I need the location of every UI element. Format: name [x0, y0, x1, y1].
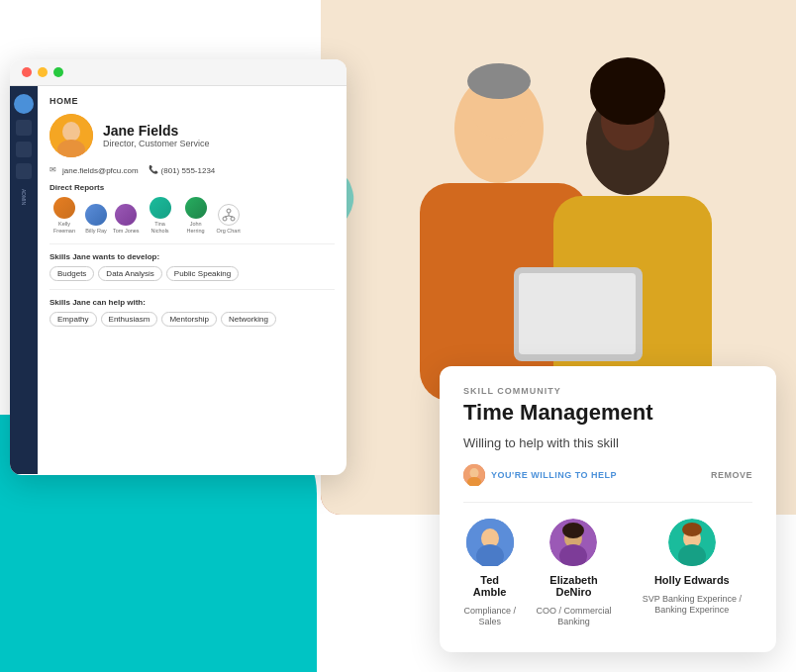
report-avatar-billy — [85, 204, 107, 226]
skill-tag-budgets[interactable]: Budgets — [50, 266, 94, 281]
skills-help-label: Skills Jane can help with: — [50, 298, 335, 307]
helpers-row: Ted Amble Compliance / Sales Elizabeth D… — [463, 519, 752, 628]
helper-role-elizabeth: COO / Commercial Banking — [536, 606, 611, 628]
direct-reports-label: Direct Reports — [50, 183, 335, 192]
svg-point-29 — [562, 523, 584, 538]
svg-point-33 — [682, 523, 702, 536]
willing-row: YOU'RE WILLING TO HELP REMOVE — [463, 464, 752, 486]
helper-avatar-elizabeth — [549, 519, 597, 566]
org-chart-label: Org Chart — [217, 228, 241, 235]
browser-titlebar — [10, 59, 347, 86]
remove-button[interactable]: REMOVE — [711, 470, 752, 480]
svg-line-19 — [229, 216, 233, 217]
willing-avatar — [463, 464, 485, 486]
helper-avatar-ted — [466, 519, 514, 566]
skills-develop-tags: Budgets Data Analysis Public Speaking — [50, 266, 335, 281]
nav-home-label: HOME — [50, 96, 335, 106]
phone-icon: 📞 — [149, 165, 158, 175]
svg-line-18 — [225, 216, 229, 217]
sidebar-icon-nav2[interactable] — [16, 163, 32, 179]
card-divider — [463, 502, 752, 503]
skill-card-title: Time Management — [463, 400, 752, 426]
sidebar-icon-home[interactable] — [16, 120, 32, 136]
skills-develop-section: Skills Jane wants to develop: Budgets Da… — [50, 252, 335, 281]
skill-tag-networking[interactable]: Networking — [221, 312, 276, 327]
helper-name-elizabeth: Elizabeth DeNiro — [536, 574, 611, 598]
helper-role-ted: Compliance / Sales — [463, 606, 516, 628]
svg-rect-6 — [519, 273, 636, 354]
divider-1 — [50, 243, 335, 244]
willing-badge: YOU'RE WILLING TO HELP — [463, 464, 617, 486]
report-name-tom: Tom Jones — [113, 228, 140, 235]
skills-help-section: Skills Jane can help with: Empathy Enthu… — [50, 298, 335, 327]
report-item-1: Billy Ray — [85, 204, 107, 235]
report-name-kelly: Kelly Freeman — [50, 221, 79, 234]
skill-tag-data-analysis[interactable]: Data Analysis — [98, 266, 161, 281]
skill-tag-empathy[interactable]: Empathy — [50, 312, 97, 327]
skill-community-card: SKILL COMMUNITY Time Management Willing … — [440, 366, 776, 652]
sidebar-admin-label: ADMIN — [21, 189, 27, 205]
skill-tag-enthusiasm[interactable]: Enthusiasm — [101, 312, 158, 327]
helper-item-elizabeth: Elizabeth DeNiro COO / Commercial Bankin… — [536, 519, 611, 628]
main-content-area: HOME Jane Fields Director, Customer Serv… — [38, 86, 347, 474]
svg-point-16 — [231, 217, 235, 221]
report-avatar-john — [185, 197, 207, 219]
skill-card-subtitle: Willing to help with this skill — [463, 435, 752, 450]
report-avatar-tina — [149, 197, 171, 219]
browser-dot-close[interactable] — [22, 67, 32, 77]
skills-help-tags: Empathy Enthusiasm Mentorship Networking — [50, 312, 335, 327]
willing-text: YOU'RE WILLING TO HELP — [491, 470, 617, 480]
sidebar-user-avatar — [14, 94, 34, 114]
svg-point-21 — [470, 468, 479, 478]
profile-job-title: Director, Customer Service — [103, 139, 210, 148]
contact-row: ✉ jane.fields@pfcu.com 📞 (801) 555-1234 — [50, 165, 335, 175]
report-item-0: Kelly Freeman — [50, 197, 79, 234]
profile-info: Jane Fields Director, Customer Service — [103, 123, 210, 148]
profile-name: Jane Fields — [103, 123, 210, 139]
phone-contact: 📞 (801) 555-1234 — [149, 165, 216, 175]
report-item-2: Tom Jones — [113, 204, 140, 235]
direct-reports-list: Kelly Freeman Billy Ray Tom Jones Tina N… — [50, 197, 335, 234]
email-icon: ✉ — [50, 165, 59, 175]
svg-point-14 — [227, 209, 231, 213]
email-value: jane.fields@pfcu.com — [62, 166, 139, 175]
report-avatar-kelly — [53, 197, 75, 219]
sidebar-icon-nav1[interactable] — [16, 142, 32, 157]
browser-window: ADMIN HOME Jane Fields Director, Custome… — [10, 59, 347, 475]
skill-card-eyebrow: SKILL COMMUNITY — [463, 386, 752, 396]
phone-value: (801) 555-1234 — [161, 166, 216, 175]
helper-item-holly: Holly Edwards SVP Banking Experince / Ba… — [632, 519, 752, 628]
report-name-tina: Tina Nichols — [146, 221, 175, 234]
profile-header: Jane Fields Director, Customer Service — [50, 114, 335, 157]
svg-point-12 — [62, 122, 80, 142]
report-item-3: Tina Nichols — [146, 197, 175, 234]
skills-develop-label: Skills Jane wants to develop: — [50, 252, 335, 261]
browser-body: ADMIN HOME Jane Fields Director, Custome… — [10, 86, 347, 474]
browser-dot-minimize[interactable] — [38, 67, 48, 77]
svg-point-9 — [467, 63, 531, 99]
skill-tag-public-speaking[interactable]: Public Speaking — [166, 266, 239, 281]
email-contact: ✉ jane.fields@pfcu.com — [50, 165, 139, 175]
profile-avatar — [50, 114, 93, 157]
browser-dot-maximize[interactable] — [53, 67, 63, 77]
svg-point-10 — [590, 57, 665, 125]
svg-point-15 — [223, 217, 227, 221]
helper-item-ted: Ted Amble Compliance / Sales — [463, 519, 516, 628]
report-avatar-tom — [115, 204, 137, 226]
org-chart-icon — [218, 204, 240, 226]
helper-name-holly: Holly Edwards — [654, 574, 730, 586]
report-name-john: John Herring — [181, 221, 211, 234]
report-name-billy: Billy Ray — [85, 228, 106, 235]
helper-avatar-holly — [668, 519, 716, 566]
app-sidebar: ADMIN — [10, 86, 38, 474]
skill-tag-mentorship[interactable]: Mentorship — [161, 312, 217, 327]
helper-name-ted: Ted Amble — [463, 574, 516, 598]
report-item-4: John Herring — [181, 197, 211, 234]
org-chart-item[interactable]: Org Chart — [217, 204, 241, 235]
helper-role-holly: SVP Banking Experince / Banking Experinc… — [632, 594, 752, 617]
divider-2 — [50, 289, 335, 290]
